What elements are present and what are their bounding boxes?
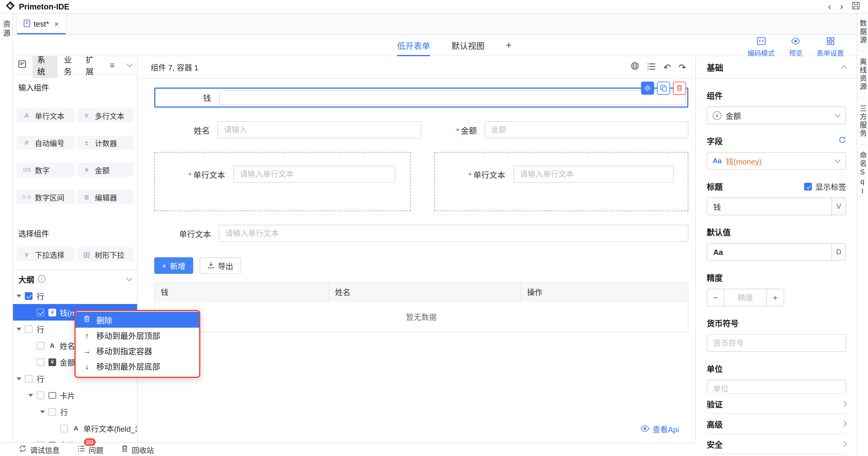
default-variable-button[interactable]: D — [831, 244, 845, 260]
caret-icon[interactable] — [17, 294, 21, 297]
component-delete-button[interactable] — [673, 82, 686, 95]
title-input[interactable] — [707, 198, 831, 215]
show-label-checkbox-row[interactable]: 显示标签 — [804, 181, 846, 192]
component-select[interactable]: ¥ 金额 — [707, 107, 846, 124]
outline-collapse-icon[interactable] — [126, 275, 132, 281]
palette-item-dropdown-select[interactable]: ∨下拉选择 — [17, 247, 74, 261]
amount-field-input[interactable] — [485, 121, 688, 138]
checkbox[interactable] — [37, 342, 44, 349]
menu-item-move-to-container[interactable]: → 移动到指定容器 — [75, 343, 199, 359]
export-button[interactable]: 导出 — [199, 257, 241, 274]
palette-item-tree-select[interactable]: 田树形下拉 — [76, 247, 134, 261]
checkbox[interactable] — [804, 182, 812, 190]
section-style[interactable]: 样式 — [707, 454, 846, 456]
decrement-button[interactable]: − — [707, 289, 724, 306]
form-settings-button[interactable]: 表单设置 — [816, 37, 844, 57]
outline-node-single-text[interactable]: A单行文本(field_391 — [13, 420, 137, 436]
add-view-button[interactable]: + — [506, 39, 512, 52]
collapse-up-icon[interactable] — [841, 65, 847, 71]
section-validation[interactable]: 验证 — [707, 393, 846, 414]
checkbox[interactable] — [37, 391, 44, 399]
increment-button[interactable]: + — [766, 289, 784, 306]
close-tab-icon[interactable]: × — [54, 20, 59, 28]
rail-item-named-sql[interactable]: 命名Sql — [858, 151, 868, 196]
rail-item-third-party-services[interactable]: 三方服务 — [858, 105, 868, 138]
save-icon[interactable] — [852, 2, 860, 11]
globe-icon[interactable] — [630, 61, 639, 73]
precision-input[interactable] — [724, 293, 766, 302]
checkbox[interactable] — [25, 375, 32, 382]
back-icon[interactable]: ‹ — [828, 2, 831, 11]
outline-node-card-1[interactable]: 卡片 — [13, 387, 137, 403]
amount-field[interactable]: *金额 — [421, 121, 688, 138]
palette-item-number-range[interactable]: 1~3数字区间 — [17, 190, 74, 204]
field-select[interactable]: Aa 钱(money) — [707, 152, 846, 170]
caret-icon[interactable] — [17, 327, 21, 330]
menu-item-delete[interactable]: 删除 — [75, 312, 199, 327]
outline-header[interactable]: 大纲 i — [13, 270, 137, 287]
name-field[interactable]: 姓名 — [154, 121, 421, 138]
recycle-bin-item[interactable]: 回收站 — [121, 444, 154, 455]
section-advanced[interactable]: 高级 — [707, 414, 846, 433]
forward-icon[interactable]: › — [840, 2, 843, 11]
caret-icon[interactable] — [28, 394, 33, 397]
view-api-link[interactable]: 查看Api — [641, 424, 679, 435]
palette-item-editor[interactable]: ≣编辑器 — [76, 190, 134, 204]
palette-tab-business[interactable]: 业务 — [64, 56, 79, 77]
menu-item-move-top[interactable]: ↑ 移动到最外层顶部 — [75, 327, 199, 343]
single-text-input-1[interactable] — [234, 166, 395, 183]
tab-default-view[interactable]: 默认视图 — [452, 35, 485, 56]
checkbox[interactable] — [25, 292, 32, 300]
palette-item-number[interactable]: 123数字 — [17, 163, 74, 177]
palette-item-auto-number[interactable]: #自动编号 — [17, 136, 74, 150]
caret-icon[interactable] — [40, 410, 45, 413]
palette-item-counter[interactable]: ±计数器 — [76, 136, 134, 150]
checkbox[interactable] — [60, 424, 68, 432]
checkbox[interactable] — [25, 325, 32, 333]
default-value-input[interactable] — [707, 244, 831, 260]
menu-item-move-bottom[interactable]: ↓ 移动到最外层底部 — [75, 359, 199, 374]
rail-item-datasource[interactable]: 数据源 — [858, 20, 868, 45]
palette-item-multi-line-text[interactable]: ≡多行文本 — [76, 108, 134, 122]
inspector-header[interactable]: 基础 — [696, 56, 857, 79]
redo-icon[interactable]: ↷ — [679, 63, 686, 72]
debug-info-item[interactable]: 调试信息 — [19, 444, 60, 455]
currency-symbol-input[interactable] — [707, 335, 845, 351]
palette-collapse-icon[interactable] — [127, 61, 132, 67]
component-copy-button[interactable] — [657, 82, 670, 95]
undo-icon[interactable]: ↶ — [663, 63, 671, 72]
palette-item-money[interactable]: ¥金额 — [76, 163, 134, 177]
doc-tab-test[interactable]: test* × — [17, 13, 66, 34]
single-text-input-2[interactable] — [514, 166, 674, 183]
caret-icon[interactable] — [17, 377, 21, 380]
title-variable-button[interactable]: V — [831, 198, 845, 215]
money-field-input[interactable] — [219, 90, 685, 105]
refresh-icon[interactable] — [838, 136, 846, 146]
component-settings-button[interactable] — [641, 82, 654, 95]
palette-tab-system[interactable]: 系统 — [32, 56, 57, 78]
dashed-container-2[interactable]: *单行文本 — [434, 152, 688, 211]
outline-list-icon[interactable] — [647, 62, 656, 73]
outline-node-card-2[interactable]: 卡片 — [13, 436, 137, 443]
outline-node-row-1[interactable]: 行 — [13, 287, 137, 304]
add-button[interactable]: +新增 — [154, 257, 193, 274]
palette-item-single-line-text[interactable]: A单行文本 — [17, 108, 74, 122]
preview-button[interactable]: 预览 — [789, 37, 802, 57]
code-mode-button[interactable]: 编码模式 — [747, 37, 775, 57]
single-text-field-input[interactable] — [219, 225, 688, 242]
single-text-field-row[interactable]: 单行文本 — [154, 225, 688, 242]
name-field-input[interactable] — [217, 121, 421, 138]
problems-item[interactable]: 89 问题 — [78, 444, 103, 455]
dashed-container-1[interactable]: *单行文本 — [154, 152, 411, 211]
resources-rail-item[interactable]: 资源 — [1, 20, 12, 38]
rail-item-offline-resources[interactable]: 离线资源 — [858, 58, 868, 91]
palette-menu-icon[interactable]: ≡ — [110, 60, 115, 70]
checkbox[interactable] — [37, 308, 44, 316]
outline-node-row-4[interactable]: 行 — [13, 403, 137, 420]
checkbox[interactable] — [37, 358, 44, 366]
tab-lowcode-form[interactable]: 低开表单 — [397, 35, 430, 56]
checkbox[interactable] — [49, 408, 56, 416]
section-security[interactable]: 安全 — [707, 433, 846, 454]
palette-tab-extension[interactable]: 扩展 — [86, 56, 101, 77]
selected-money-component[interactable]: 钱 — [154, 88, 688, 108]
